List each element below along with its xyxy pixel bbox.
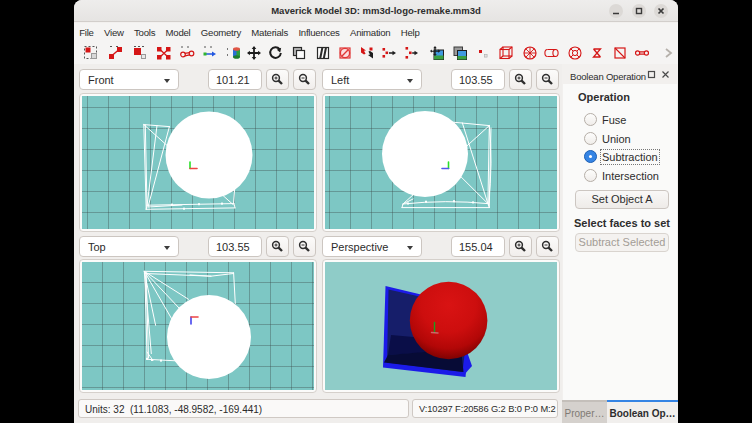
- front-canvas-surface[interactable]: [82, 96, 314, 229]
- create-sphere-icon[interactable]: [522, 45, 538, 61]
- viewport3-view-select[interactable]: Top: [79, 236, 179, 257]
- menu-help[interactable]: Help: [396, 25, 425, 40]
- boolean-operation-dock: Boolean Operation Operation FuseUnionSub…: [562, 64, 678, 423]
- viewport1-view-select[interactable]: Front: [79, 69, 179, 90]
- subtract-selected-button[interactable]: Subtract Selected: [575, 233, 669, 252]
- minimize-icon: [609, 4, 623, 18]
- desktop: Maverick Model 3D: mm3d-logo-remake.mm3d…: [0, 0, 752, 423]
- radio-label: Subtraction: [602, 151, 658, 163]
- create-polygon-icon[interactable]: [589, 45, 605, 61]
- close-button[interactable]: [654, 4, 668, 18]
- menu-influences[interactable]: Influences: [293, 25, 345, 40]
- dock-tab-bar: Proper…Boolean Op…: [562, 400, 678, 423]
- viewport4-canvas[interactable]: [322, 259, 560, 393]
- extrude-tool-icon[interactable]: [291, 45, 307, 61]
- viewport1-zoom-input[interactable]: 101.21: [208, 69, 262, 90]
- create-torus-icon[interactable]: [567, 45, 583, 61]
- viewport2-canvas[interactable]: [322, 93, 560, 232]
- operation-label: Operation: [578, 91, 630, 103]
- radio-unselected-icon[interactable]: [584, 113, 597, 126]
- create-rectangle-icon[interactable]: [612, 45, 628, 61]
- viewport2-zoom-value: 103.55: [459, 74, 493, 86]
- viewport4-view-select[interactable]: Perspective: [322, 236, 422, 257]
- dock-tab-inactive[interactable]: Proper…: [562, 400, 607, 423]
- dock-close-icon[interactable]: [661, 70, 670, 79]
- viewport3-zoom-in-button[interactable]: [266, 236, 289, 257]
- menu-animation[interactable]: Animation: [345, 25, 396, 40]
- viewport4-zoom-out-button[interactable]: [536, 236, 559, 257]
- app-window: Maverick Model 3D: mm3d-logo-remake.mm3d…: [74, 0, 678, 423]
- viewport4-zoom-value: 155.04: [459, 241, 493, 253]
- create-cylinder-icon[interactable]: [544, 45, 560, 61]
- menu-materials[interactable]: Materials: [246, 25, 293, 40]
- dock-header[interactable]: Boolean Operation: [563, 66, 677, 84]
- status-counts: V:10297 F:20586 G:2 B:0 P:0 M:2: [412, 399, 558, 418]
- menu-view[interactable]: View: [99, 25, 129, 40]
- left-canvas-surface[interactable]: [325, 96, 557, 229]
- zoom-out-icon: [540, 72, 556, 88]
- viewport2-view-select[interactable]: Left: [322, 69, 422, 90]
- viewport3-zoom-out-button[interactable]: [293, 236, 316, 257]
- snap-tool-icon[interactable]: [404, 45, 420, 61]
- select-connected-icon[interactable]: [108, 45, 124, 61]
- select-vertices-icon[interactable]: [83, 45, 99, 61]
- select-bone-joints-icon[interactable]: [179, 45, 195, 61]
- set-object-a-button[interactable]: Set Object A: [575, 190, 669, 209]
- zoom-out-icon: [297, 239, 313, 255]
- menu-model[interactable]: Model: [160, 25, 195, 40]
- minimize-button[interactable]: [609, 4, 623, 18]
- texture-paint-icon[interactable]: [226, 45, 242, 61]
- dock-tab-active[interactable]: Boolean Op…: [607, 400, 678, 423]
- create-cube-icon[interactable]: [498, 45, 514, 61]
- menubar: FileViewToolsModelGeometryMaterialsInflu…: [74, 23, 678, 41]
- select-groups-icon[interactable]: [156, 45, 172, 61]
- create-point-icon[interactable]: [475, 45, 491, 61]
- viewport2-zoom-out-button[interactable]: [536, 69, 559, 90]
- chevron-down-icon: [407, 246, 413, 250]
- radio-label: Intersection: [602, 170, 659, 182]
- hide-tool-icon[interactable]: [337, 45, 353, 61]
- viewport1-canvas[interactable]: [79, 93, 317, 232]
- top-canvas-surface[interactable]: [82, 262, 314, 390]
- menu-tools[interactable]: Tools: [129, 25, 161, 40]
- radio-unselected-icon[interactable]: [584, 169, 597, 182]
- select-projections-icon[interactable]: [202, 45, 218, 61]
- viewport2-zoom-in-button[interactable]: [509, 69, 532, 90]
- unweld-tool-icon[interactable]: [381, 45, 397, 61]
- menu-geometry[interactable]: Geometry: [196, 25, 247, 40]
- select-faces-label: Select faces to set: [574, 217, 670, 229]
- radio-unselected-icon[interactable]: [584, 132, 597, 145]
- material-image-icon[interactable]: [452, 45, 468, 61]
- shear-tool-icon[interactable]: [315, 45, 331, 61]
- viewport1-zoom-in-button[interactable]: [266, 69, 289, 90]
- viewport4-zoom-input[interactable]: 155.04: [451, 236, 505, 257]
- front-view-wireframe: [82, 96, 314, 229]
- move-tool-icon[interactable]: [246, 45, 262, 61]
- maximize-button[interactable]: [632, 4, 646, 18]
- radio-label: Fuse: [602, 114, 626, 126]
- viewport3-view-value: Top: [88, 241, 106, 253]
- viewport3-canvas[interactable]: [79, 259, 317, 393]
- radio-selected-icon[interactable]: [584, 150, 597, 163]
- select-faces-icon[interactable]: [132, 45, 148, 61]
- viewport2-zoom-input[interactable]: 103.55: [451, 69, 505, 90]
- viewport1-zoom-value: 101.21: [216, 74, 250, 86]
- status-units-text: Units: 32 (11.1083, -48.9582, -169.441): [85, 404, 262, 415]
- viewport4-zoom-in-button[interactable]: [509, 236, 532, 257]
- viewport1-view-value: Front: [88, 74, 114, 86]
- viewport3-zoom-input[interactable]: 103.55: [208, 236, 262, 257]
- toolbar-overflow-icon[interactable]: [660, 45, 676, 61]
- move-background-icon[interactable]: [429, 45, 445, 61]
- dock-float-icon[interactable]: [647, 70, 656, 79]
- titlebar[interactable]: Maverick Model 3D: mm3d-logo-remake.mm3d: [74, 0, 678, 22]
- viewport1-zoom-out-button[interactable]: [293, 69, 316, 90]
- menu-file[interactable]: File: [74, 25, 99, 40]
- create-joint-icon[interactable]: [634, 45, 650, 61]
- chevron-down-icon: [407, 79, 413, 83]
- dock-title: Boolean Operation: [570, 71, 646, 82]
- weld-tool-icon[interactable]: [359, 45, 375, 61]
- maximize-icon: [632, 4, 646, 18]
- dock-body: Operation FuseUnionSubtractionIntersecti…: [563, 84, 677, 400]
- perspective-canvas-surface[interactable]: [325, 262, 557, 390]
- rotate-tool-icon[interactable]: [267, 45, 283, 61]
